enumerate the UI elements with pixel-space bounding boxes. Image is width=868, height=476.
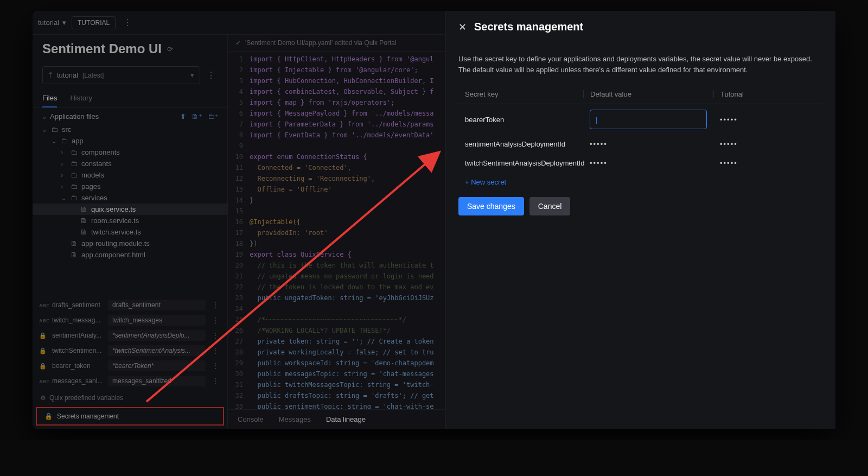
cancel-button[interactable]: Cancel [529,197,571,215]
variable-row: 🔒twitchSentimen...*twitchSentimentAnalys… [33,343,227,358]
var-value[interactable]: *sentimentAnalysisDeplo... [108,330,206,341]
var-key: drafts_sentiment [52,301,104,309]
lock-icon: 🔒 [44,412,53,420]
new-secret-button[interactable]: + New secret [458,173,822,192]
var-key: bearer_token [52,362,104,370]
save-button[interactable]: Save changes [458,197,524,215]
upload-icon[interactable]: ⬆ [180,112,186,120]
branch-icon: ᛘ [48,71,53,79]
left-panel: Sentiment Demo UI ⟳ ᛘ tutorial [Latest] … [33,35,228,429]
secret-default-input[interactable] [590,110,707,129]
lock-icon: 🔒 [39,347,48,354]
new-file-icon[interactable]: 🗎⁺ [192,112,202,120]
lock-icon: 🔒 [39,332,48,339]
var-value[interactable]: twitch_messages [108,315,206,326]
variable-row: 🔒sentimentAnaly...*sentimentAnalysisDepl… [33,328,227,343]
variable-row: 🔒bearer_token*bearerToken*⋮ [33,358,227,373]
secret-key: bearerToken [458,116,583,124]
secret-row: twitchSentimentAnalysisDeploymentId•••••… [458,154,822,173]
text-icon: ᴀʙᴄ [39,317,48,324]
variable-row: ᴀʙᴄtwitch_messag...twitch_messages⋮ [33,313,227,328]
file-room.service.ts[interactable]: 🗎room.service.ts [33,215,227,226]
variable-row: ᴀʙᴄdrafts_sentimentdrafts_sentiment⋮ [33,297,227,313]
folder-components[interactable]: ›🗀components [33,147,227,158]
file-app-routing.module.ts[interactable]: 🗎app-routing.module.ts [33,238,227,249]
file-tree: ⌄🗀src⌄🗀app›🗀components›🗀constants›🗀model… [33,123,227,295]
text-icon: ᴀʙᴄ [39,302,48,309]
folder-app[interactable]: ⌄🗀app [33,135,227,147]
var-value[interactable]: *twitchSentimentAnalysis... [108,345,206,356]
var-kebab[interactable]: ⋮ [210,377,221,385]
lock-icon: 🔒 [39,363,48,370]
breadcrumb-tutorial[interactable]: tutorial ▾ [38,18,66,27]
var-value[interactable]: messages_sanitized [108,376,206,386]
secret-env-value: ••••• [720,116,738,124]
refresh-icon[interactable]: ⟳ [167,45,173,53]
secret-default-value: ••••• [590,159,608,167]
topbar-kebab[interactable]: ⋮ [121,16,134,29]
tab-console[interactable]: Console [238,415,264,423]
var-value[interactable]: drafts_sentiment [108,300,206,310]
panel-description: Use the secret key to define your applic… [458,54,822,75]
var-kebab[interactable]: ⋮ [210,347,221,354]
tree-root[interactable]: ⌄ Application files [41,112,99,120]
var-key: messages_sani... [52,377,104,385]
environment-pill[interactable]: TUTORIAL [72,16,116,29]
tab-history[interactable]: History [70,90,92,107]
new-folder-icon[interactable]: 🗀⁺ [208,112,219,120]
folder-services[interactable]: ⌄🗀services [33,192,227,204]
var-key: twitchSentimen... [52,347,104,354]
var-kebab[interactable]: ⋮ [210,301,221,309]
tab-data-lineage[interactable]: Data lineage [326,415,366,423]
secret-key: sentimentAnalysisDeploymentId [458,140,583,148]
var-kebab[interactable]: ⋮ [210,332,221,339]
variables-block: ᴀʙᴄdrafts_sentimentdrafts_sentiment⋮ᴀʙᴄt… [33,295,227,391]
branch-kebab[interactable]: ⋮ [205,69,218,82]
secrets-management-button[interactable]: 🔒 Secrets management [36,407,224,426]
secret-default-value: ••••• [590,140,608,148]
var-kebab[interactable]: ⋮ [210,362,221,370]
folder-models[interactable]: ›🗀models [33,169,227,181]
file-app.component.html[interactable]: 🗎app.component.html [33,249,227,261]
var-key: twitch_messag... [52,316,104,324]
tab-messages[interactable]: Messages [279,415,311,423]
secret-key: twitchSentimentAnalysisDeploymentId [458,159,583,167]
panel-title: Secrets management [474,21,583,33]
secret-env-value: ••••• [720,159,738,167]
check-icon: ✓ [235,39,241,47]
secret-row: bearerToken••••• [458,104,822,135]
secret-row: sentimentAnalysisDeploymentId•••••••••• [458,135,822,154]
folder-pages[interactable]: ›🗀pages [33,181,227,192]
file-quix.service.ts[interactable]: 🗎quix.service.ts [33,204,227,215]
variable-row: ᴀʙᴄmessages_sani...messages_sanitized⋮ [33,373,227,389]
secrets-table-head: Secret key Default value Tutorial [458,85,822,104]
secret-env-value: ••••• [720,140,738,148]
page-title: Sentiment Demo UI [42,41,162,56]
file-twitch.service.ts[interactable]: 🗎twitch.service.ts [33,226,227,238]
secrets-panel: ✕ Secrets management Use the secret key … [445,11,835,429]
close-icon[interactable]: ✕ [458,21,467,33]
folder-constants[interactable]: ›🗀constants [33,158,227,169]
gear-icon: ⚙ [40,394,46,402]
branch-select[interactable]: ᛘ tutorial [Latest] ▾ [42,66,200,84]
predefined-vars[interactable]: ⚙ Quix predefined variables [33,391,227,405]
var-kebab[interactable]: ⋮ [210,316,221,324]
commit-message: 'Sentiment Demo UI/app.yaml' edited via … [245,39,397,47]
tab-files[interactable]: Files [42,90,57,107]
text-icon: ᴀʙᴄ [39,378,48,385]
folder-src[interactable]: ⌄🗀src [33,124,227,135]
var-value[interactable]: *bearerToken* [108,360,206,371]
var-key: sentimentAnaly... [52,332,104,339]
